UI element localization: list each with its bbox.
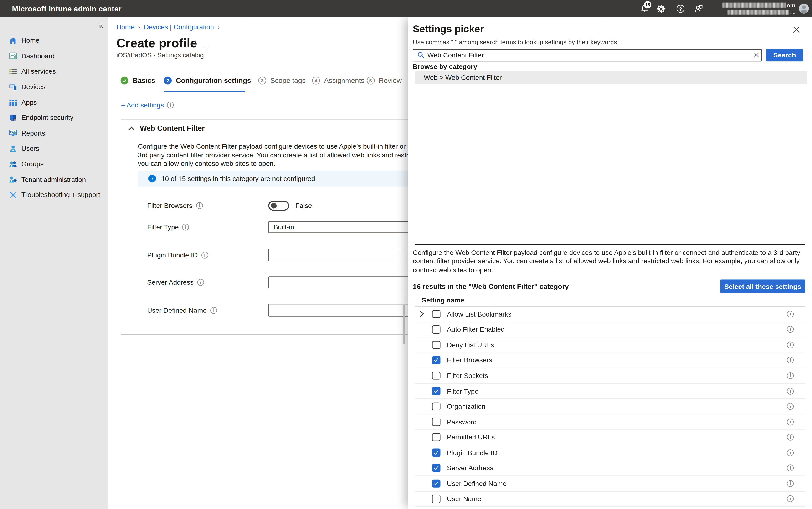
setting-name-label: Password xyxy=(447,418,477,426)
filter-type-select[interactable]: Built-in xyxy=(268,221,415,233)
checkbox[interactable] xyxy=(432,495,440,503)
select-all-settings-button[interactable]: Select all these settings xyxy=(720,279,805,293)
breadcrumb-home[interactable]: Home xyxy=(116,23,134,31)
section-header[interactable]: Web Content Filter xyxy=(128,124,205,132)
search-button[interactable]: Search xyxy=(766,49,803,61)
info-icon[interactable]: i xyxy=(787,449,794,456)
chevron-right-icon[interactable] xyxy=(419,311,425,317)
table-row[interactable]: Server Addressi xyxy=(415,461,805,476)
checkbox[interactable] xyxy=(432,372,440,380)
sidebar-item-reports[interactable]: Reports xyxy=(0,126,108,141)
filter-browsers-toggle[interactable] xyxy=(268,201,289,211)
checkbox[interactable] xyxy=(432,310,440,318)
info-icon[interactable]: i xyxy=(787,387,794,394)
info-icon[interactable]: i xyxy=(787,496,794,502)
search-input[interactable] xyxy=(428,51,751,59)
step-number: 2 xyxy=(164,77,171,84)
step-number: 3 xyxy=(258,77,266,84)
sidebar-item-troubleshooting-support[interactable]: Troubleshooting + support xyxy=(0,187,108,203)
checkbox[interactable] xyxy=(432,402,440,410)
close-icon[interactable] xyxy=(792,25,801,34)
info-icon[interactable]: i xyxy=(787,403,794,410)
page-subtitle: iOS/iPadOS - Settings catalog xyxy=(116,52,204,59)
feedback-icon[interactable] xyxy=(692,0,706,17)
checkbox[interactable] xyxy=(432,356,440,364)
info-icon[interactable]: i xyxy=(787,341,794,348)
checkbox[interactable] xyxy=(432,418,440,426)
redaction-block xyxy=(727,9,789,14)
breadcrumb-devices-configuration[interactable]: Devices | Configuration xyxy=(144,23,214,31)
info-icon[interactable]: i xyxy=(787,372,794,379)
checkbox[interactable] xyxy=(432,433,440,441)
email-suffix: om xyxy=(787,2,795,8)
help-icon[interactable]: ? xyxy=(674,0,687,17)
table-row[interactable]: Filter Typei xyxy=(415,383,805,399)
info-icon[interactable]: i xyxy=(787,326,794,333)
sidebar-item-endpoint-security[interactable]: Endpoint security xyxy=(0,110,108,126)
tab-assignments[interactable]: 4Assignments xyxy=(312,77,365,84)
tab-basics[interactable]: Basics xyxy=(121,77,155,84)
sidebar-item-apps[interactable]: Apps xyxy=(0,95,108,110)
vertical-scrollbar[interactable] xyxy=(403,305,405,344)
step-number: 4 xyxy=(312,77,320,84)
plugin-bundle-id-input[interactable] xyxy=(268,249,415,261)
tab-scope-tags[interactable]: 3Scope tags xyxy=(258,77,306,84)
info-icon[interactable]: i xyxy=(787,465,794,471)
settings-gear-icon[interactable] xyxy=(654,0,668,17)
checkbox[interactable] xyxy=(432,387,440,395)
table-row[interactable]: User Defined Namei xyxy=(415,476,805,491)
troubleshooting-icon xyxy=(8,190,17,199)
checkbox[interactable] xyxy=(432,479,440,487)
info-icon[interactable]: i xyxy=(787,434,794,441)
table-row[interactable]: Organizationi xyxy=(415,399,805,414)
setting-name-label: Plugin Bundle ID xyxy=(447,449,498,456)
checkbox[interactable] xyxy=(432,448,440,456)
sidebar-item-groups[interactable]: Groups xyxy=(0,156,108,172)
toggle-knob xyxy=(271,203,277,209)
account-info[interactable]: om .... xyxy=(722,2,795,15)
table-row[interactable]: User Namei xyxy=(415,491,805,507)
table-row[interactable]: Filter Browsersi xyxy=(415,353,805,368)
info-icon[interactable]: i xyxy=(787,418,794,425)
info-icon[interactable]: i xyxy=(787,311,794,317)
info-icon[interactable]: i xyxy=(196,202,202,209)
server-address-input[interactable] xyxy=(268,276,415,288)
clear-search-icon[interactable] xyxy=(751,52,761,58)
add-settings-link[interactable]: + Add settings i xyxy=(121,101,174,109)
settings-picker-panel: Settings picker Use commas "," among sea… xyxy=(408,17,812,509)
sidebar-item-home[interactable]: Home xyxy=(0,33,108,48)
table-row[interactable]: Filter Socketsi xyxy=(415,368,805,384)
tab-review[interactable]: 5Review xyxy=(367,77,402,84)
notifications-bell-icon[interactable]: 18 xyxy=(638,0,651,17)
overflow-menu-icon[interactable]: ... xyxy=(202,40,210,48)
sidebar-item-label: Home xyxy=(22,37,39,44)
tab-configuration-settings[interactable]: 2Configuration settings xyxy=(164,77,251,84)
info-icon[interactable]: i xyxy=(210,307,217,313)
info-icon[interactable]: i xyxy=(197,279,204,285)
table-row[interactable]: Deny List URLsi xyxy=(415,337,805,353)
avatar[interactable] xyxy=(799,4,809,13)
info-icon[interactable]: i xyxy=(182,224,189,230)
checkbox[interactable] xyxy=(432,341,440,349)
checkbox[interactable] xyxy=(432,464,440,472)
sidebar-item-tenant-administration[interactable]: Tenant administration xyxy=(0,172,108,187)
checkbox[interactable] xyxy=(432,325,440,334)
browse-by-category-label: Browse by category xyxy=(413,63,477,70)
table-row[interactable]: Passwordi xyxy=(415,414,805,430)
sidebar-collapse-icon[interactable]: « xyxy=(99,21,103,30)
user-defined-name-input[interactable] xyxy=(268,304,415,316)
table-row[interactable]: Permitted URLsi xyxy=(415,430,805,445)
sidebar-item-users[interactable]: Users xyxy=(0,141,108,156)
info-icon[interactable]: i xyxy=(167,102,174,108)
sidebar-item-devices[interactable]: Devices xyxy=(0,79,108,95)
table-row[interactable]: Allow List Bookmarksi xyxy=(415,307,805,322)
table-row[interactable]: Plugin Bundle IDi xyxy=(415,445,805,461)
info-icon[interactable]: i xyxy=(787,357,794,364)
sidebar-item-all-services[interactable]: All services xyxy=(0,64,108,79)
category-description: Configure the Web Content Filter payload… xyxy=(413,249,805,274)
sidebar-item-dashboard[interactable]: Dashboard xyxy=(0,48,108,64)
info-icon[interactable]: i xyxy=(201,251,208,258)
category-row[interactable]: Web > Web Content Filter xyxy=(415,71,807,83)
info-icon[interactable]: i xyxy=(787,480,794,487)
table-row[interactable]: Auto Filter Enabledi xyxy=(415,322,805,338)
